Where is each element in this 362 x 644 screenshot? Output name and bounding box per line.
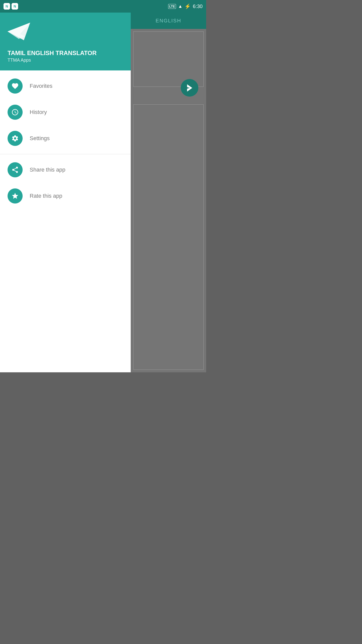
app-subtitle: TTMA Apps (8, 58, 123, 63)
right-content (131, 29, 206, 372)
menu-item-settings[interactable]: Settings (0, 125, 131, 151)
notification-icon-1: N (4, 3, 10, 10)
menu-divider (0, 154, 131, 154)
translate-button[interactable] (181, 79, 198, 97)
menu-item-favorites[interactable]: Favorites (0, 73, 131, 99)
history-icon-circle (8, 105, 23, 120)
share-icon (11, 166, 19, 174)
battery-icon: ⚡ (185, 3, 191, 9)
signal-icon: ▲ (178, 4, 183, 9)
favorites-icon-circle (8, 78, 23, 94)
share-icon-circle (8, 162, 23, 177)
heart-icon (11, 82, 19, 90)
status-bar: N N LTE ▲ ⚡ 6:30 (0, 0, 206, 13)
share-label: Share this app (30, 167, 65, 173)
lte-badge: LTE (168, 4, 176, 9)
time-display: 6:30 (193, 4, 203, 9)
settings-icon-circle (8, 131, 23, 146)
clock-icon (11, 108, 19, 116)
drawer-header: TAMIL ENGLISH TRANSLATOR TTMA Apps (0, 13, 131, 70)
app-logo (8, 20, 30, 43)
menu-item-history[interactable]: History (0, 99, 131, 125)
main-container: TAMIL ENGLISH TRANSLATOR TTMA Apps Favor… (0, 13, 206, 372)
right-panel: ENGLISH (131, 13, 206, 372)
status-bar-left: N N (4, 3, 18, 10)
rate-icon-circle (8, 188, 23, 204)
app-title: TAMIL ENGLISH TRANSLATOR (8, 50, 123, 57)
status-bar-right: LTE ▲ ⚡ 6:30 (168, 3, 203, 9)
output-area (133, 104, 204, 370)
settings-label: Settings (30, 135, 50, 142)
menu-item-rate[interactable]: Rate this app (0, 183, 131, 209)
notification-icon-2: N (12, 3, 18, 10)
svg-marker-3 (187, 84, 192, 91)
rate-label: Rate this app (30, 193, 62, 199)
drawer: TAMIL ENGLISH TRANSLATOR TTMA Apps Favor… (0, 13, 131, 372)
translate-send-icon (185, 84, 194, 92)
right-panel-header: ENGLISH (131, 13, 206, 29)
history-label: History (30, 109, 47, 115)
input-area[interactable] (133, 31, 204, 87)
app-title-group: TAMIL ENGLISH TRANSLATOR TTMA Apps (8, 47, 123, 63)
right-header-title: ENGLISH (156, 18, 181, 24)
menu-item-share[interactable]: Share this app (0, 157, 131, 183)
drawer-menu: Favorites History Settings (0, 70, 131, 372)
gear-icon (11, 135, 19, 142)
star-icon (11, 192, 19, 200)
favorites-label: Favorites (30, 83, 52, 89)
